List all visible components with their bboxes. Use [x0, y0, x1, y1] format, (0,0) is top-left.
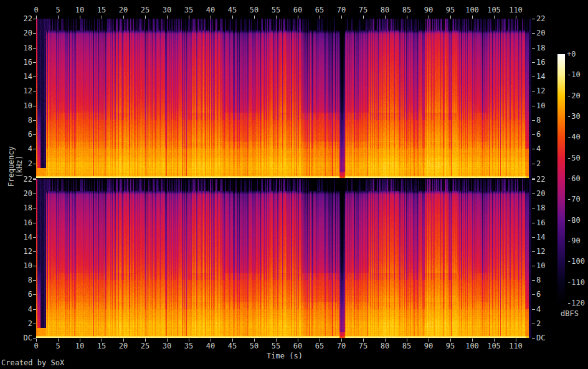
- time-tick-top: [472, 16, 473, 19]
- freq-tick-label-left: 20: [12, 29, 32, 37]
- freq-tick-right: [532, 149, 535, 149]
- freq-tick-left: [33, 48, 36, 49]
- freq-tick-label-right: 8: [536, 276, 559, 284]
- time-tick-top: [102, 16, 102, 19]
- time-tick-label-top: 85: [397, 6, 416, 14]
- freq-tick-left: [33, 223, 36, 223]
- time-tick-label-top: 55: [267, 6, 285, 14]
- freq-tick-left: [33, 62, 36, 63]
- time-tick-label-bottom: 65: [310, 342, 329, 350]
- freq-tick-right: [532, 106, 535, 106]
- time-tick-label-top: 95: [441, 6, 460, 14]
- time-tick-label-bottom: 30: [158, 342, 176, 350]
- time-tick-label-bottom: 35: [179, 342, 198, 350]
- freq-tick-label-right: 4: [536, 145, 559, 153]
- time-tick-label-top: 15: [92, 6, 111, 14]
- time-tick-label-bottom: 25: [136, 342, 154, 350]
- freq-tick-left: [33, 266, 36, 266]
- time-tick-top: [211, 16, 211, 19]
- time-tick-label-top: 5: [49, 6, 67, 14]
- time-tick-top: [276, 16, 277, 19]
- freq-tick-left: [33, 309, 36, 310]
- time-tick-top: [189, 16, 189, 19]
- freq-tick-right: [532, 33, 535, 34]
- time-tick-label-top: 70: [332, 6, 351, 14]
- freq-tick-label-right: 20: [536, 190, 559, 198]
- freq-tick-right: [532, 134, 535, 135]
- freq-tick-left: [33, 280, 36, 281]
- freq-tick-label-right: 6: [536, 291, 559, 299]
- time-tick-label-top: 25: [136, 6, 154, 14]
- sox-spectrogram-window: Frequency (kHz) Time (s) dBFS Created by…: [0, 0, 588, 369]
- freq-tick-label-right: 12: [536, 87, 559, 95]
- credit-text: Created by SoX: [1, 359, 64, 367]
- time-tick-label-top: 0: [27, 6, 45, 14]
- time-tick-label-bottom: 0: [27, 342, 45, 350]
- freq-tick-label-left: 10: [12, 262, 32, 270]
- freq-tick-label-right: 10: [536, 262, 559, 270]
- freq-tick-left: [33, 33, 36, 34]
- freq-tick-label-right: 12: [536, 248, 559, 256]
- freq-tick-label-left: 12: [12, 248, 32, 256]
- time-tick-label-top: 100: [463, 6, 481, 14]
- freq-tick-right: [532, 338, 535, 339]
- time-tick-label-bottom: 55: [267, 342, 285, 350]
- freq-tick-right: [532, 48, 535, 49]
- freq-tick-label-right: 6: [536, 131, 559, 139]
- time-tick-label-bottom: 10: [70, 342, 89, 350]
- freq-tick-label-right: DC: [536, 334, 559, 342]
- time-tick-label-top: 90: [419, 6, 438, 14]
- time-tick-top: [145, 16, 146, 19]
- colorbar-tick-label: -70: [567, 195, 581, 203]
- colorbar-tick-label: -110: [567, 279, 585, 287]
- x-axis-title: Time (s): [258, 352, 311, 360]
- freq-tick-left: [33, 237, 36, 238]
- time-tick-top: [494, 16, 495, 19]
- freq-tick-right: [532, 223, 535, 223]
- time-tick-label-top: 50: [245, 6, 263, 14]
- time-tick-label-top: 20: [114, 6, 133, 14]
- time-tick-label-top: 110: [506, 6, 525, 14]
- freq-tick-label-left: 6: [12, 131, 32, 139]
- freq-tick-left: [33, 338, 36, 339]
- colorbar-tick-label: -90: [567, 237, 581, 245]
- freq-tick-label-left: 2: [12, 320, 32, 328]
- freq-tick-left: [33, 19, 36, 19]
- colorbar-tick-label: -50: [567, 154, 581, 162]
- freq-tick-right: [532, 324, 535, 324]
- freq-tick-label-right: 2: [536, 160, 559, 168]
- freq-tick-label-left: 8: [12, 116, 32, 124]
- colorbar-tick-label: -120: [567, 299, 585, 307]
- freq-tick-label-left: 14: [12, 233, 32, 241]
- time-tick-label-bottom: 60: [288, 342, 307, 350]
- colorbar-tick-label: -60: [567, 175, 581, 183]
- time-tick-label-top: 30: [158, 6, 176, 14]
- colorbar-tick-label: -80: [567, 217, 581, 225]
- freq-tick-label-left: 14: [12, 73, 32, 81]
- freq-tick-label-left: 16: [12, 58, 32, 67]
- time-tick-label-top: 75: [354, 6, 372, 14]
- time-tick-top: [167, 16, 168, 19]
- freq-tick-label-left: 18: [12, 44, 32, 52]
- freq-tick-left: [33, 77, 36, 77]
- time-tick-top: [254, 16, 255, 19]
- time-tick-top: [123, 16, 124, 19]
- freq-tick-label-left: 22: [12, 15, 32, 23]
- time-tick-label-top: 60: [288, 6, 307, 14]
- freq-tick-right: [532, 280, 535, 281]
- freq-tick-label-left: 16: [12, 219, 32, 227]
- freq-tick-right: [532, 294, 535, 295]
- freq-tick-left: [33, 134, 36, 135]
- time-tick-label-bottom: 5: [49, 342, 67, 350]
- freq-tick-label-right: 18: [536, 204, 559, 212]
- time-tick-label-top: 40: [201, 6, 220, 14]
- freq-tick-label-left: 18: [12, 204, 32, 212]
- freq-tick-label-left: 22: [12, 175, 32, 184]
- time-tick-top: [80, 16, 80, 19]
- spectrogram-panel-channel-1: [36, 19, 531, 178]
- freq-tick-right: [532, 178, 535, 179]
- freq-tick-label-right: 14: [536, 73, 559, 81]
- colorbar-tick-label: +0: [567, 50, 576, 58]
- time-tick-label-bottom: 85: [397, 342, 416, 350]
- freq-tick-right: [532, 77, 535, 77]
